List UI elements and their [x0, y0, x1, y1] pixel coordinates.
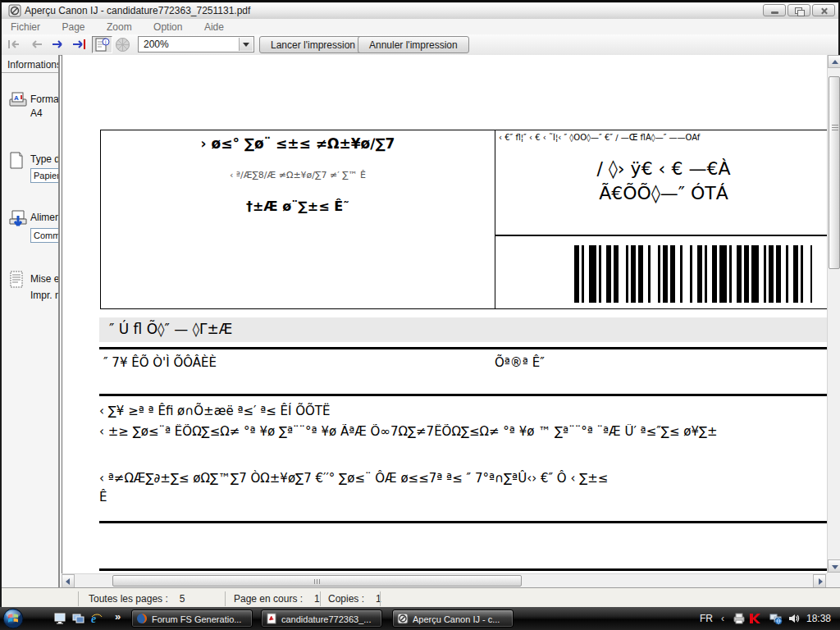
zoom-value: 200%	[144, 39, 169, 50]
horizontal-rule	[99, 347, 827, 349]
scroll-left-icon[interactable]	[62, 574, 75, 588]
start-print-button[interactable]: Lancer l'impression	[259, 36, 367, 53]
clock[interactable]: 18:38	[806, 613, 831, 624]
media-type-icon	[8, 151, 25, 174]
scroll-down-icon[interactable]	[828, 559, 840, 573]
canon-app-icon	[8, 4, 21, 17]
zoom-select[interactable]: 200%	[138, 36, 254, 52]
information-panel-header: Informations d	[2, 55, 58, 73]
paragraph-1-line-2: ‹ ±≥ ∑ø≤¨ª ÊÕΩ∑≤Ω≠ °ª ¥ø ∑ª¨¨°ª ¥ø ÃªÆ Õ…	[99, 424, 827, 439]
paper-source-icon	[8, 209, 28, 234]
layout-label: Mise en	[30, 273, 60, 285]
taskbar-button-label: Aperçu Canon IJ - c...	[413, 611, 509, 628]
status-separator	[78, 591, 79, 606]
menu-fichier[interactable]: Fichier	[2, 20, 49, 33]
horizontal-rule	[99, 394, 827, 396]
page-info-toggle-button[interactable]: i	[92, 36, 112, 53]
address-small-line: ‹ €″ fl¦″ ‹ € ‹ ˜Ï¦‹ ″ ◊ÕÕ◊—″ €″ ∕ —Œ fl…	[499, 133, 827, 142]
paper-source-select[interactable]: Comm	[30, 228, 60, 243]
media-type-label: Type d	[30, 153, 60, 165]
box-divider	[495, 235, 827, 236]
paragraph-1-line-1: ‹ ∑¥ ≥ª ª Êfi ø∩Õ±æë ª≤′ ª≤ ÊÍ ÕÕΤË	[99, 404, 331, 418]
horizontal-scroll-thumb[interactable]	[112, 575, 522, 587]
total-pages-status: Toutes les pages :5	[89, 593, 185, 605]
network-tray-icon[interactable]	[769, 612, 783, 625]
total-pages-label: Toutes les pages :	[89, 593, 168, 605]
menu-aide[interactable]: Aide	[195, 20, 233, 33]
media-type-select[interactable]: Papier	[30, 168, 60, 183]
status-bar: Toutes les pages :5 Page en cours :1 Cop…	[2, 587, 840, 609]
page-layout-icon	[8, 270, 25, 293]
page-format-icon: A	[8, 91, 28, 112]
menu-bar: Fichier Page Zoom Option Aide	[2, 19, 838, 34]
quick-launch-overflow-chevron[interactable]: »	[115, 610, 121, 623]
format-value: A4	[30, 107, 43, 119]
first-page-icon[interactable]	[7, 39, 24, 50]
status-separator	[380, 591, 381, 606]
close-button[interactable]	[812, 4, 835, 16]
vertical-scrollbar[interactable]	[827, 55, 840, 573]
pdf-document-icon	[266, 613, 277, 624]
field-row-right: Õª®ª Ê″	[495, 355, 545, 370]
show-desktop-icon[interactable]	[54, 612, 67, 625]
paper-source-label: Aliment	[30, 212, 60, 223]
taskbar-button-pdf[interactable]: candidature772363_...	[261, 609, 382, 628]
paragraph-2-line-1: ‹ ª≠ΩÆ∑∂±∑≤ øΩ∑™∑7 ÒΩ±¥ø∑7 €′′° ∑ø≤¨ ÔÆ …	[99, 471, 608, 486]
tray-collapse-chevron[interactable]: ‹	[721, 613, 724, 624]
layout-value: Impr. no	[30, 290, 60, 301]
window-title: Aperçu Canon IJ - candidature772363_7251…	[25, 5, 250, 16]
horizontal-rule	[99, 568, 827, 571]
information-panel: Informations d A Format A4 Type d Papier…	[2, 55, 60, 587]
scrollbar-corner	[827, 573, 840, 587]
taskbar: e » Forum FS Generatio... candidature772…	[0, 607, 840, 630]
current-page-status: Page en cours :1	[234, 593, 320, 605]
cancel-print-button[interactable]: Annuler l'impression	[358, 36, 469, 53]
menu-zoom[interactable]: Zoom	[98, 20, 141, 33]
canon-preview-window: Aperçu Canon IJ - candidature772363_7251…	[0, 0, 840, 607]
minimize-button[interactable]	[763, 4, 786, 16]
status-separator	[320, 591, 321, 606]
restore-button[interactable]	[788, 4, 810, 16]
label-title-line: › ø≤° ∑ø¨ ≤±≤ ≠Ω±¥ø∕∑7	[101, 135, 495, 152]
taskbar-button-canon-preview[interactable]: Aperçu Canon IJ - c...	[392, 609, 514, 628]
taskbar-button-firefox[interactable]: Forum FS Generatio...	[131, 609, 253, 628]
kaspersky-icon[interactable]	[748, 612, 761, 625]
total-pages-value: 5	[180, 593, 185, 605]
label-left-box: › ø≤° ∑ø¨ ≤±≤ ≠Ω±¥ø∕∑7 ‹ ª∕Æ∑8∕Æ ≠Ω±¥ø∕∑…	[100, 130, 495, 309]
chevron-down-icon[interactable]	[239, 38, 253, 51]
label-sub-line: ‹ ª∕Æ∑8∕Æ ≠Ω±¥ø∕∑7 ≠′ ∑™ Ê	[101, 170, 495, 180]
field-row-left: ″ 7¥ ÊÕ Ò'Ì ÕÔÂÈÈ	[103, 355, 217, 370]
internet-explorer-icon[interactable]: e	[90, 612, 103, 625]
language-indicator[interactable]: FR	[700, 613, 713, 624]
scroll-up-icon[interactable]	[828, 55, 840, 68]
switch-windows-icon[interactable]	[72, 612, 85, 625]
current-page-label: Page en cours :	[234, 593, 303, 605]
printer-tray-icon[interactable]	[733, 612, 746, 625]
next-page-icon[interactable]	[50, 39, 66, 50]
scroll-right-icon[interactable]	[813, 574, 826, 588]
start-button[interactable]	[2, 608, 24, 629]
horizontal-scrollbar[interactable]	[62, 573, 827, 587]
barcode	[574, 245, 812, 303]
current-page-value: 1	[314, 593, 320, 605]
minimize-icon	[764, 5, 785, 16]
restore-icon	[788, 5, 810, 16]
toolbar: i 200% Lancer l'impression Annuler l'imp…	[2, 34, 838, 56]
taskbar-button-label: Forum FS Generatio...	[152, 611, 249, 628]
vertical-scroll-thumb[interactable]	[829, 76, 840, 269]
document-info-icon: i	[93, 37, 112, 52]
title-bar[interactable]: Aperçu Canon IJ - candidature772363_7251…	[2, 2, 838, 20]
last-page-icon[interactable]	[71, 39, 88, 50]
canon-preview-icon	[397, 613, 409, 624]
status-separator	[225, 591, 226, 606]
menu-option[interactable]: Option	[144, 20, 191, 33]
previous-page-icon[interactable]	[29, 39, 45, 50]
menu-page[interactable]: Page	[52, 20, 94, 33]
taskbar-button-label: candidature772363_...	[281, 611, 378, 628]
firefox-icon	[136, 613, 148, 624]
label-right-box: ‹ €″ fl¦″ ‹ € ‹ ˜Ï¦‹ ″ ◊ÕÕ◊—″ €″ ∕ —Œ fl…	[495, 130, 827, 309]
volume-tray-icon[interactable]	[788, 612, 801, 625]
section-header-text: ″ Ú fl Õ◊″ — ◊Γ±Æ	[109, 321, 232, 337]
paragraph-2-line-2: Ê	[99, 490, 107, 504]
print-preview-page: › ø≤° ∑ø¨ ≤±≤ ≠Ω±¥ø∕∑7 ‹ ª∕Æ∑8∕Æ ≠Ω±¥ø∕∑…	[62, 55, 827, 573]
